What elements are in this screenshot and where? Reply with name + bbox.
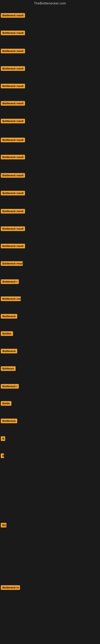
bottleneck-item: Bottleneck r	[1, 384, 19, 390]
bottleneck-badge: Bottleneck result	[1, 155, 25, 160]
bottleneck-item: Bottleneck result	[1, 209, 25, 214]
bottleneck-item: Bottleneck result	[1, 119, 25, 124]
bottleneck-badge: Bottleneck result	[1, 209, 25, 214]
bottleneck-badge: Bottleneck result	[1, 84, 25, 88]
bottleneck-item: Bottleneck result	[1, 30, 25, 36]
bottleneck-badge: Bottleneck result	[1, 191, 25, 196]
bottleneck-badge: Bottleneck re	[1, 585, 20, 590]
bottleneck-item: B	[1, 454, 4, 459]
bottleneck-item: B	[1, 436, 5, 442]
bottleneck-item: Bottleneck result	[1, 191, 25, 196]
site-title: TheBottlenecker.com	[0, 0, 100, 8]
bottleneck-item: Bottleneck result	[1, 101, 25, 106]
bottleneck-badge: Bottlen	[1, 331, 13, 336]
bottleneck-item: Bottleneck resu	[1, 296, 21, 302]
bottleneck-item: Bottleneck result	[1, 173, 25, 178]
bottleneck-badge: B	[1, 454, 4, 458]
bottleneck-badge: Bottleneck	[1, 349, 17, 354]
bottleneck-badge: Bottleneck result	[1, 66, 25, 71]
bottleneck-item: Bottleneck result	[1, 261, 23, 267]
bottleneck-item: Bottleneck r	[1, 279, 19, 285]
bottleneck-badge: Bottleneck r	[1, 384, 19, 388]
bottleneck-badge: Bottleneck result	[1, 226, 25, 231]
bottleneck-item: Bottleneck result	[1, 84, 25, 89]
bottleneck-item: Bottleneck result	[1, 13, 25, 18]
bottleneck-badge: Bottleneck result	[1, 173, 25, 178]
bottleneck-item: Bo	[1, 523, 6, 528]
bottleneck-badge: B	[1, 436, 5, 441]
bottleneck-badge: Bottleneck r	[1, 279, 19, 284]
bottleneck-badge: Bottleneck	[1, 418, 17, 423]
bottleneck-item: Bottleneck result	[1, 244, 25, 249]
bottleneck-badge: Bottleneck result	[1, 30, 25, 35]
bottleneck-item: Bottleneck result	[1, 49, 25, 54]
bottleneck-item: Bottleneck result	[1, 155, 25, 160]
bottleneck-item: Bottleneck result	[1, 226, 25, 232]
bottleneck-badge: Bottlenec	[1, 366, 16, 371]
bottleneck-badge: Bottle	[1, 401, 11, 406]
bottleneck-badge: Bottleneck result	[1, 49, 25, 53]
bottleneck-item: Bottleneck result	[1, 138, 25, 143]
bottleneck-badge: Bottleneck resu	[1, 296, 21, 301]
bottleneck-badge: Bottleneck result	[1, 261, 23, 266]
bottleneck-item: Bottleneck	[1, 418, 17, 424]
bottleneck-item: Bottleneck re	[1, 585, 20, 591]
bottleneck-item: Bottleneck result	[1, 66, 25, 72]
bottleneck-badge: Bottleneck result	[1, 119, 25, 123]
bottleneck-item: Bottlen	[1, 331, 13, 337]
bottleneck-item: Bottleneck	[1, 349, 17, 354]
bottleneck-badge: Bottleneck result	[1, 138, 25, 142]
bottleneck-badge: Bottleneck result	[1, 101, 25, 106]
bottleneck-item: Bottle	[1, 401, 11, 406]
bottleneck-item: Bottleneck	[1, 314, 17, 320]
bottleneck-item: Bottlenec	[1, 366, 16, 372]
bottleneck-badge: Bottleneck result	[1, 13, 25, 18]
bottleneck-badge: Bo	[1, 523, 6, 528]
bottleneck-badge: Bottleneck	[1, 314, 17, 318]
bottleneck-badge: Bottleneck result	[1, 244, 25, 248]
